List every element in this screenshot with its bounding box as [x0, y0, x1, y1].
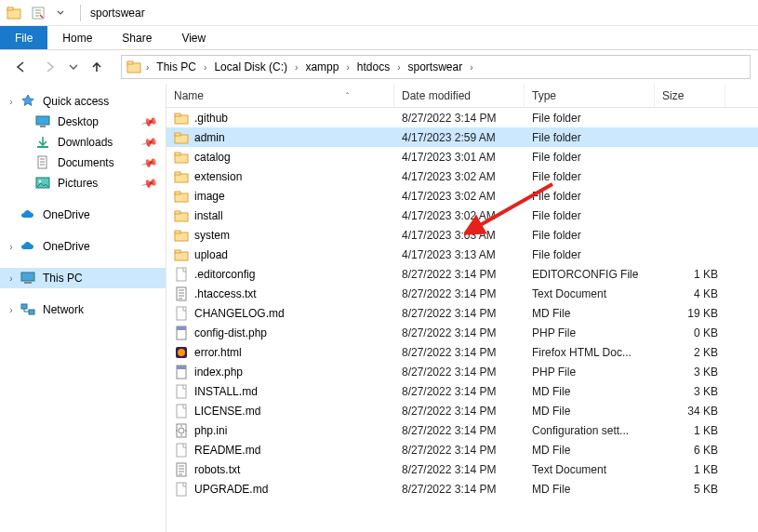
chevron-right-icon[interactable]: › [6, 273, 17, 284]
recent-dropdown-icon[interactable] [67, 54, 80, 80]
navigation-pane: › Quick access Desktop 📌 Downloads 📌 Doc [0, 84, 166, 532]
svg-rect-28 [175, 231, 180, 233]
forward-button[interactable] [37, 54, 63, 80]
tab-share[interactable]: Share [107, 26, 166, 49]
sidebar-item-onedrive[interactable]: OneDrive [0, 205, 166, 225]
file-row[interactable]: system4/17/2023 3:03 AMFile folder [166, 225, 758, 245]
file-icon [174, 365, 189, 379]
file-row[interactable]: .github8/27/2022 3:14 PMFile folder [166, 108, 758, 127]
chevron-right-icon[interactable]: › [6, 242, 17, 252]
window-title: sportswear [86, 7, 145, 20]
up-button[interactable] [84, 54, 110, 80]
file-row[interactable]: admin4/17/2023 2:59 AMFile folder [166, 127, 758, 147]
file-row[interactable]: install4/17/2023 3:02 AMFile folder [166, 206, 758, 225]
tab-view[interactable]: View [166, 26, 220, 49]
folder-app-icon [4, 3, 24, 23]
file-row[interactable]: catalog4/17/2023 3:01 AMFile folder [166, 147, 758, 166]
file-type: File folder [525, 131, 655, 144]
chevron-right-icon[interactable]: › [202, 62, 208, 73]
sort-ascending-icon: ˆ [346, 91, 349, 100]
sidebar-label: Quick access [43, 95, 109, 108]
file-row[interactable]: INSTALL.md8/27/2022 3:14 PMMD File3 KB [166, 381, 758, 401]
crumb-htdocs[interactable]: htdocs [352, 56, 395, 78]
file-rows[interactable]: .github8/27/2022 3:14 PMFile folderadmin… [166, 108, 758, 532]
breadcrumb[interactable]: › This PC › Local Disk (C:) › xampp › ht… [121, 55, 751, 79]
column-type[interactable]: Type [525, 84, 655, 107]
crumb-xampp[interactable]: xampp [299, 56, 344, 78]
file-date: 8/27/2022 3:14 PM [394, 346, 525, 359]
svg-rect-7 [37, 146, 48, 148]
file-type: MD File [525, 444, 655, 457]
file-type: File folder [525, 190, 655, 203]
file-row[interactable]: upload4/17/2023 3:13 AMFile folder [166, 245, 758, 264]
sidebar-item-downloads[interactable]: Downloads 📌 [0, 132, 166, 153]
svg-rect-46 [177, 483, 186, 496]
file-row[interactable]: README.md8/27/2022 3:14 PMMD File6 KB [166, 440, 758, 459]
sidebar-item-quick-access[interactable]: › Quick access [0, 91, 166, 112]
qat-properties-icon[interactable] [28, 3, 48, 23]
svg-rect-30 [175, 250, 180, 253]
file-row[interactable]: .editorconfig8/27/2022 3:14 PMEDITORCONF… [166, 264, 758, 284]
column-name[interactable]: Name ˆ [166, 84, 394, 107]
svg-rect-6 [40, 126, 46, 127]
file-row[interactable]: config-dist.php8/27/2022 3:14 PMPHP File… [166, 323, 758, 342]
file-date: 4/17/2023 3:01 AM [394, 151, 525, 164]
svg-rect-24 [175, 192, 180, 194]
file-name: error.html [194, 346, 242, 359]
file-row[interactable]: php.ini8/27/2022 3:14 PMConfiguration se… [166, 420, 758, 440]
quick-access-icon [20, 94, 35, 109]
file-icon [174, 326, 189, 340]
file-row[interactable]: index.php8/27/2022 3:14 PMPHP File3 KB [166, 362, 758, 381]
file-row[interactable]: .htaccess.txt8/27/2022 3:14 PMText Docum… [166, 284, 758, 303]
file-type: File folder [525, 229, 655, 242]
breadcrumb-folder-icon [126, 59, 142, 75]
chevron-right-icon[interactable]: › [144, 62, 151, 73]
file-name: UPGRADE.md [194, 483, 268, 496]
sidebar-item-network[interactable]: › Network [0, 299, 166, 320]
file-row[interactable]: error.html8/27/2022 3:14 PMFirefox HTML … [166, 342, 758, 362]
sidebar-item-pictures[interactable]: Pictures 📌 [0, 173, 166, 193]
svg-rect-1 [7, 7, 13, 10]
titlebar: sportswear [0, 0, 758, 26]
chevron-right-icon[interactable]: › [344, 62, 351, 73]
chevron-right-icon[interactable]: › [395, 62, 402, 73]
sidebar-item-desktop[interactable]: Desktop 📌 [0, 112, 166, 132]
file-row[interactable]: robots.txt8/27/2022 3:14 PMText Document… [166, 459, 758, 479]
svg-rect-13 [21, 304, 27, 309]
onedrive-icon [20, 207, 35, 222]
chevron-right-icon[interactable]: › [468, 62, 474, 73]
documents-icon [35, 155, 50, 170]
sidebar-item-this-pc[interactable]: › This PC [0, 268, 166, 288]
file-row[interactable]: UPGRADE.md8/27/2022 3:14 PMMD File5 KB [166, 479, 758, 499]
sidebar-label: Desktop [58, 115, 99, 128]
sidebar-item-documents[interactable]: Documents 📌 [0, 153, 166, 173]
folder-icon [174, 111, 189, 126]
column-size[interactable]: Size [655, 84, 725, 107]
file-icon [174, 267, 189, 282]
sidebar-item-onedrive[interactable]: › OneDrive [0, 236, 166, 257]
file-row[interactable]: LICENSE.md8/27/2022 3:14 PMMD File34 KB [166, 401, 758, 420]
file-row[interactable]: extension4/17/2023 3:02 AMFile folder [166, 166, 758, 186]
quick-access-toolbar [24, 3, 74, 23]
svg-rect-33 [177, 307, 186, 320]
file-row[interactable]: CHANGELOG.md8/27/2022 3:14 PMMD File19 K… [166, 303, 758, 323]
file-name: .github [194, 112, 228, 125]
file-name: extension [194, 170, 242, 183]
file-name: config-dist.php [194, 326, 267, 339]
tab-file[interactable]: File [0, 26, 47, 49]
file-name: system [194, 229, 230, 242]
file-date: 4/17/2023 3:02 AM [394, 190, 525, 203]
file-row[interactable]: image4/17/2023 3:02 AMFile folder [166, 186, 758, 206]
tab-home[interactable]: Home [47, 26, 107, 49]
sidebar-label: Network [43, 303, 84, 316]
crumb-this-pc[interactable]: This PC [151, 56, 202, 78]
chevron-right-icon[interactable]: › [6, 97, 17, 107]
chevron-right-icon[interactable]: › [293, 62, 299, 73]
sidebar-label: OneDrive [43, 208, 90, 221]
column-date[interactable]: Date modified [394, 84, 525, 107]
crumb-local-disk[interactable]: Local Disk (C:) [208, 56, 293, 78]
qat-dropdown-icon[interactable] [50, 3, 71, 23]
chevron-right-icon[interactable]: › [6, 305, 17, 315]
crumb-sportswear[interactable]: sportswear [402, 56, 468, 78]
back-button[interactable] [7, 54, 33, 80]
